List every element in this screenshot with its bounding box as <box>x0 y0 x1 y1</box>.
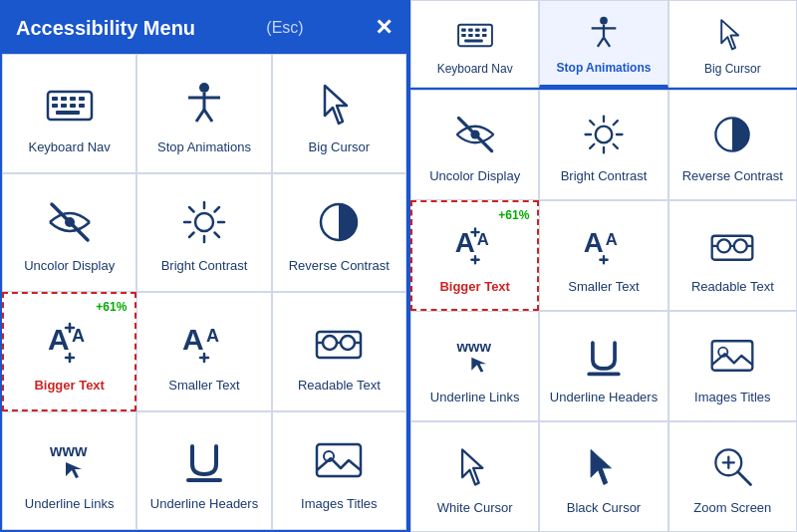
right-black-cursor-icon <box>578 440 630 492</box>
top-label-stop-animations: Stop Animations <box>557 61 652 75</box>
right-label-reverse-contrast: Reverse Contrast <box>682 168 783 184</box>
cell-reverse-contrast[interactable]: Reverse Contrast <box>272 173 406 293</box>
big-cursor-icon <box>311 76 367 132</box>
right-cell-reverse-contrast[interactable]: Reverse Contrast <box>668 90 797 200</box>
right-top-row: Keyboard Nav Stop Animations Big Cursor <box>410 0 797 90</box>
right-cell-bright-contrast[interactable]: Bright Contrast <box>539 90 667 200</box>
right-label-smaller-text: Smaller Text <box>568 279 639 295</box>
right-underline-headers-icon <box>578 330 630 382</box>
right-label-bright-contrast: Bright Contrast <box>561 168 648 184</box>
stop-animations-icon <box>176 76 232 132</box>
cell-underline-links[interactable]: Underline Links <box>2 411 136 531</box>
cell-label-bigger-text: Bigger Text <box>34 378 105 394</box>
top-label-keyboard-nav: Keyboard Nav <box>437 62 513 76</box>
right-cell-black-cursor[interactable]: Black Cursor <box>539 421 667 532</box>
right-label-readable-text: Readable Text <box>691 279 774 295</box>
right-label-underline-headers: Underline Headers <box>550 390 658 405</box>
right-white-cursor-icon <box>449 440 501 492</box>
cell-label-smaller-text: Smaller Text <box>168 378 239 394</box>
right-label-white-cursor: White Cursor <box>437 500 513 516</box>
cell-label-underline-headers: Underline Headers <box>150 496 258 512</box>
right-cell-images-titles[interactable]: Images Titles <box>668 311 797 421</box>
top-cell-stop-animations[interactable]: Stop Animations <box>539 0 667 88</box>
right-bright-contrast-icon <box>578 109 630 160</box>
bright-contrast-icon <box>176 194 232 250</box>
left-grid: Keyboard Nav Stop Animations Big Cursor … <box>2 54 406 530</box>
right-cell-readable-text[interactable]: Readable Text <box>668 200 797 311</box>
right-images-titles-icon <box>706 330 758 382</box>
images-titles-icon <box>311 432 367 488</box>
right-cell-zoom-screen[interactable]: Zoom Screen <box>668 421 797 532</box>
cell-big-cursor[interactable]: Big Cursor <box>272 54 406 173</box>
right-label-uncolor-display: Uncolor Display <box>429 168 520 184</box>
left-panel: Accessibility Menu (Esc) ✕ Keyboard Nav … <box>0 0 408 532</box>
bigger-text-icon <box>42 314 98 370</box>
right-bigger-text-badge: +61% <box>498 208 529 222</box>
cell-label-stop-animations: Stop Animations <box>157 139 251 155</box>
bigger-text-badge: +61% <box>96 300 127 314</box>
cell-label-readable-text: Readable Text <box>298 378 381 394</box>
cell-underline-headers[interactable]: Underline Headers <box>136 411 271 531</box>
right-bigger-text-icon <box>449 219 501 271</box>
right-underline-links-icon <box>449 330 501 382</box>
right-label-black-cursor: Black Cursor <box>567 500 641 516</box>
top-big-cursor-icon <box>710 12 754 56</box>
right-label-zoom-screen: Zoom Screen <box>693 500 771 516</box>
underline-headers-icon <box>176 432 232 488</box>
cell-bigger-text[interactable]: +61% Bigger Text <box>2 292 136 411</box>
cell-readable-text[interactable]: Readable Text <box>272 292 406 411</box>
cell-label-underline-links: Underline Links <box>25 496 115 512</box>
cell-label-uncolor-display: Uncolor Display <box>24 258 115 274</box>
right-cell-uncolor-display[interactable]: Uncolor Display <box>410 90 539 200</box>
cell-bright-contrast[interactable]: Bright Contrast <box>136 173 271 293</box>
cell-uncolor-display[interactable]: Uncolor Display <box>2 173 136 293</box>
esc-hint: (Esc) <box>266 19 303 37</box>
right-reverse-contrast-icon <box>706 109 758 160</box>
panel-title: Accessibility Menu <box>16 17 195 40</box>
uncolor-display-icon <box>42 194 98 250</box>
right-grid: Uncolor Display Bright Contrast Reverse … <box>410 90 797 532</box>
right-label-underline-links: Underline Links <box>430 390 520 405</box>
underline-links-icon <box>42 432 98 488</box>
close-button[interactable]: ✕ <box>375 17 393 39</box>
right-readable-text-icon <box>706 219 758 271</box>
cell-smaller-text[interactable]: Smaller Text <box>136 292 271 411</box>
right-cell-underline-links[interactable]: Underline Links <box>410 311 539 421</box>
right-label-images-titles: Images Titles <box>694 390 771 405</box>
smaller-text-icon <box>176 314 232 370</box>
cell-label-images-titles: Images Titles <box>301 496 378 512</box>
reverse-contrast-icon <box>311 194 367 250</box>
cell-images-titles[interactable]: Images Titles <box>272 411 406 531</box>
cell-label-reverse-contrast: Reverse Contrast <box>289 258 390 274</box>
right-label-bigger-text: Bigger Text <box>439 279 510 295</box>
top-cell-big-cursor[interactable]: Big Cursor <box>668 0 797 88</box>
readable-text-icon <box>311 314 367 370</box>
right-smaller-text-icon <box>578 219 630 271</box>
cell-stop-animations[interactable]: Stop Animations <box>136 54 271 173</box>
top-cell-keyboard-nav[interactable]: Keyboard Nav <box>410 0 539 88</box>
top-keyboard-nav-icon <box>453 12 497 56</box>
top-label-big-cursor: Big Cursor <box>704 62 761 76</box>
right-zoom-screen-icon <box>706 440 758 492</box>
cell-label-big-cursor: Big Cursor <box>309 139 370 155</box>
right-cell-underline-headers[interactable]: Underline Headers <box>539 311 667 421</box>
top-stop-animations-icon <box>582 11 626 55</box>
keyboard-nav-icon <box>42 76 98 132</box>
right-panel: Keyboard Nav Stop Animations Big Cursor … <box>408 0 797 532</box>
right-cell-bigger-text[interactable]: +61% Bigger Text <box>410 200 539 311</box>
cell-label-bright-contrast: Bright Contrast <box>161 258 248 274</box>
left-header: Accessibility Menu (Esc) ✕ <box>2 2 406 54</box>
right-cell-smaller-text[interactable]: Smaller Text <box>539 200 667 311</box>
cell-keyboard-nav[interactable]: Keyboard Nav <box>2 54 136 173</box>
right-cell-white-cursor[interactable]: White Cursor <box>410 421 539 532</box>
right-uncolor-icon <box>449 109 501 160</box>
cell-label-keyboard-nav: Keyboard Nav <box>28 139 110 155</box>
